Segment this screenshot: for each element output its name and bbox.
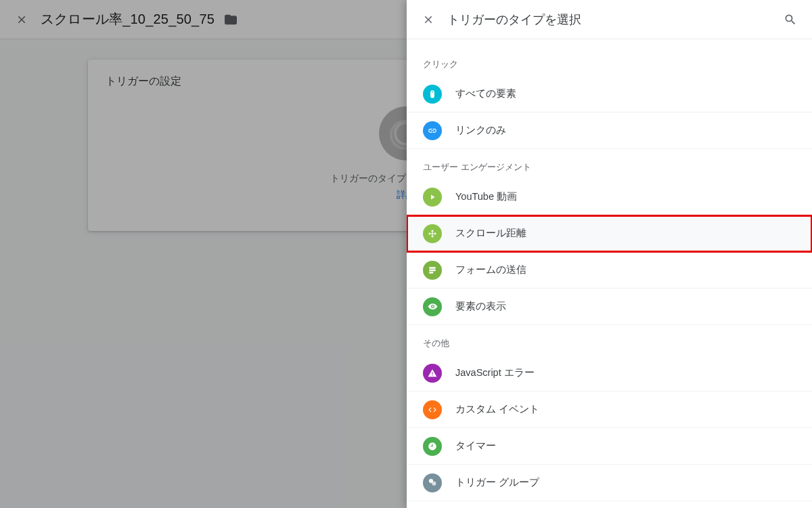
scroll-icon xyxy=(423,224,442,243)
code-icon xyxy=(423,400,442,419)
row-timer[interactable]: タイマー xyxy=(407,428,812,465)
row-label: スクロール距離 xyxy=(455,227,526,240)
svg-point-1 xyxy=(432,482,436,486)
section-engagement: ユーザー エンゲージメント xyxy=(407,149,812,179)
warning-icon xyxy=(423,364,442,383)
link-icon xyxy=(423,121,442,140)
row-links-only[interactable]: リンクのみ xyxy=(407,112,812,149)
group-icon xyxy=(423,473,442,492)
row-element-visibility[interactable]: 要素の表示 xyxy=(407,289,812,325)
row-youtube[interactable]: YouTube 動画 xyxy=(407,179,812,215)
panel-header: トリガーのタイプを選択 xyxy=(407,0,812,39)
row-custom-event[interactable]: カスタム イベント xyxy=(407,391,812,428)
row-label: YouTube 動画 xyxy=(455,190,517,203)
row-js-error[interactable]: JavaScript エラー xyxy=(407,355,812,391)
clock-icon xyxy=(423,437,442,456)
row-label: すべての要素 xyxy=(455,87,516,100)
row-all-elements[interactable]: すべての要素 xyxy=(407,76,812,112)
play-icon xyxy=(423,188,442,207)
form-icon xyxy=(423,261,442,280)
row-scroll-depth[interactable]: スクロール距離 xyxy=(407,215,812,252)
trigger-type-panel: トリガーのタイプを選択 クリック すべての要素 リンクのみ ユーザー エンゲージ… xyxy=(407,0,812,508)
section-click: クリック xyxy=(407,46,812,76)
row-label: 要素の表示 xyxy=(455,300,506,313)
row-label: タイマー xyxy=(455,440,496,452)
eye-icon xyxy=(423,297,442,316)
row-label: カスタム イベント xyxy=(455,403,539,416)
panel-body: クリック すべての要素 リンクのみ ユーザー エンゲージメント YouTube … xyxy=(407,39,812,508)
row-label: トリガー グループ xyxy=(455,476,539,489)
folder-icon[interactable] xyxy=(224,13,238,26)
row-label: フォームの送信 xyxy=(455,263,526,276)
section-other: その他 xyxy=(407,325,812,355)
panel-close-icon[interactable] xyxy=(415,6,442,33)
row-form-submit[interactable]: フォームの送信 xyxy=(407,252,812,289)
mouse-icon xyxy=(423,85,442,104)
close-icon[interactable] xyxy=(8,6,35,33)
search-icon[interactable] xyxy=(777,6,804,33)
panel-title: トリガーのタイプを選択 xyxy=(447,12,581,28)
trigger-name-title[interactable]: スクロール率_10_25_50_75 xyxy=(41,10,215,28)
row-label: リンクのみ xyxy=(455,124,506,137)
row-trigger-group[interactable]: トリガー グループ xyxy=(407,465,812,501)
row-label: JavaScript エラー xyxy=(455,366,535,379)
